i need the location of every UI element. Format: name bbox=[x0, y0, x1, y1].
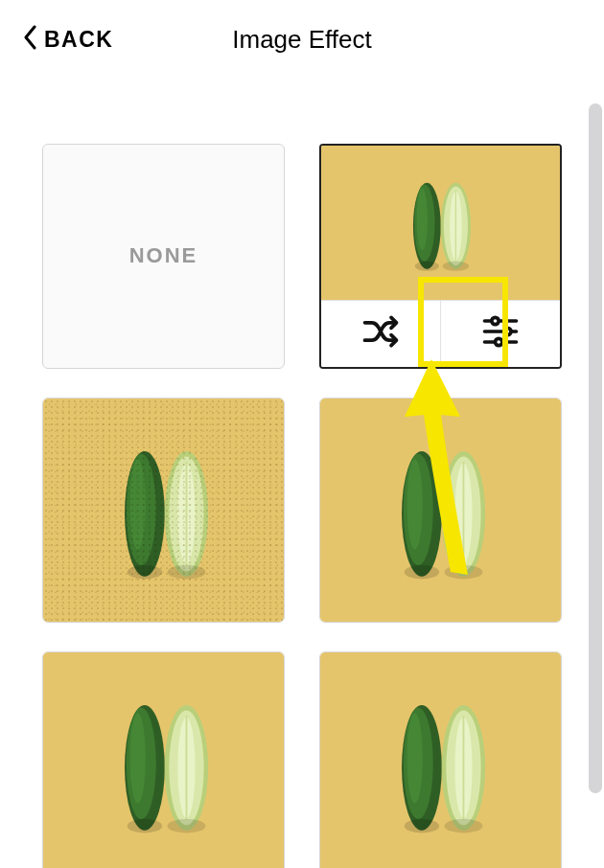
effect-tile[interactable] bbox=[319, 398, 562, 623]
svg-point-17 bbox=[129, 459, 145, 549]
svg-point-45 bbox=[404, 819, 438, 834]
svg-point-23 bbox=[167, 565, 205, 580]
effect-preview bbox=[320, 399, 561, 622]
page-title: Image Effect bbox=[232, 25, 372, 55]
back-button[interactable]: BACK bbox=[23, 25, 113, 54]
adjust-button[interactable] bbox=[440, 301, 560, 367]
effect-preview bbox=[43, 399, 284, 622]
back-label: BACK bbox=[44, 27, 113, 53]
svg-point-14 bbox=[496, 339, 502, 346]
effect-preview bbox=[321, 146, 560, 300]
svg-point-8 bbox=[443, 262, 470, 271]
svg-point-18 bbox=[127, 565, 161, 580]
svg-point-50 bbox=[444, 819, 482, 834]
svg-point-3 bbox=[415, 262, 439, 271]
effect-tile-selected[interactable] bbox=[319, 144, 562, 369]
svg-point-44 bbox=[407, 713, 422, 803]
svg-point-32 bbox=[444, 565, 482, 580]
shuffle-icon bbox=[360, 310, 402, 356]
effect-tile[interactable] bbox=[319, 651, 562, 868]
svg-point-2 bbox=[417, 188, 428, 250]
svg-point-13 bbox=[504, 329, 511, 335]
scrollbar[interactable] bbox=[589, 103, 602, 793]
svg-point-41 bbox=[167, 819, 205, 834]
svg-point-36 bbox=[127, 819, 161, 834]
chevron-left-icon bbox=[23, 25, 38, 54]
svg-point-27 bbox=[404, 565, 438, 580]
effect-tile[interactable] bbox=[42, 398, 285, 623]
none-label: NONE bbox=[129, 243, 198, 268]
shuffle-button[interactable] bbox=[321, 301, 440, 367]
svg-point-12 bbox=[492, 318, 499, 325]
effect-preview bbox=[43, 652, 284, 868]
effect-tile[interactable] bbox=[42, 651, 285, 868]
sliders-icon bbox=[479, 310, 522, 356]
effect-tile-none[interactable]: NONE bbox=[42, 144, 285, 369]
effect-preview bbox=[320, 652, 561, 868]
svg-point-26 bbox=[407, 459, 422, 549]
svg-point-35 bbox=[129, 713, 145, 803]
effects-scroll: NONE bbox=[0, 91, 604, 868]
